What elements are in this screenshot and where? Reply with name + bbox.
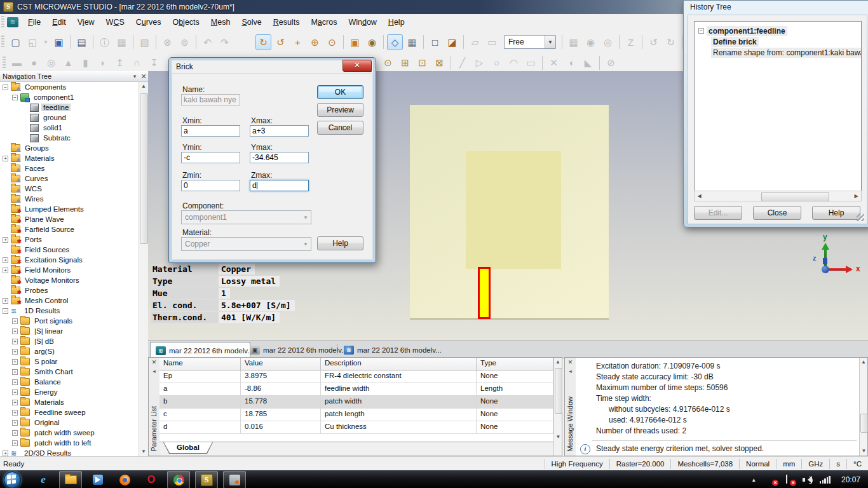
delete-results-button[interactable]: ▦ bbox=[114, 34, 130, 50]
opera-icon[interactable]: O bbox=[140, 471, 162, 488]
design-app-icon[interactable] bbox=[223, 471, 246, 488]
scrollbar-thumb[interactable] bbox=[555, 368, 562, 414]
expand-icon[interactable]: + bbox=[3, 257, 8, 263]
table-row[interactable]: d0.016Cu thicknessNone bbox=[159, 421, 553, 434]
print-button[interactable]: ▤ bbox=[74, 34, 90, 50]
expand-icon[interactable]: + bbox=[3, 237, 8, 243]
scroll-up-icon[interactable]: ▲ bbox=[139, 82, 148, 91]
history-tree-list[interactable]: − component1:feedline Define brick Renam… bbox=[694, 21, 862, 191]
table-cell[interactable]: patch width bbox=[321, 396, 477, 409]
polyline-tool[interactable]: ▷ bbox=[471, 55, 487, 71]
table-cell[interactable]: feedline width bbox=[321, 383, 477, 396]
column-header[interactable]: Type bbox=[477, 358, 553, 370]
sidebar-item-components[interactable]: −Components bbox=[0, 82, 139, 92]
panel-pin-icon[interactable]: ◂ bbox=[565, 368, 576, 374]
trim-tool[interactable]: ✕ bbox=[546, 55, 562, 71]
sidebar-item-patch-width-sweep[interactable]: +patch width sweep bbox=[0, 428, 139, 438]
blend-edge-tool[interactable]: ◖ bbox=[563, 55, 579, 71]
expand-icon[interactable]: + bbox=[12, 349, 18, 355]
scroll-up-icon[interactable]: ▲ bbox=[554, 358, 562, 367]
history-back-button[interactable]: ↺ bbox=[646, 34, 661, 50]
ymin-field[interactable] bbox=[181, 152, 240, 163]
spin-view-button[interactable]: ↺ bbox=[273, 34, 288, 50]
power-status-icon[interactable]: ✕ bbox=[766, 475, 776, 485]
table-cell[interactable]: 0.016 bbox=[241, 421, 321, 434]
start-button[interactable] bbox=[4, 471, 21, 488]
sidebar-item--s-linear[interactable]: +|S| linear bbox=[0, 326, 139, 336]
history-item[interactable]: Define brick bbox=[695, 36, 861, 47]
sidebar-item-field-monitors[interactable]: +Field Monitors bbox=[0, 265, 139, 275]
pick-point-tool[interactable]: ⊙ bbox=[380, 55, 396, 71]
chamfer-tool[interactable]: ◣ bbox=[580, 55, 596, 71]
sidebar-item-feedline[interactable]: feedline bbox=[0, 102, 139, 112]
menu-window[interactable]: Window bbox=[342, 15, 382, 29]
pan-view-button[interactable]: + bbox=[290, 34, 306, 50]
scroll-right-icon[interactable]: ▶ bbox=[851, 193, 861, 199]
sidebar-item-groups[interactable]: Groups bbox=[0, 143, 139, 153]
cutplane-button[interactable]: ◪ bbox=[444, 34, 460, 50]
network-signal-icon[interactable] bbox=[820, 476, 831, 484]
show-hidden-icons[interactable]: ▲ bbox=[745, 477, 763, 483]
expand-icon[interactable]: + bbox=[12, 420, 18, 426]
sidebar-item-materials[interactable]: +Materials bbox=[0, 153, 139, 163]
pin-tool[interactable]: ↧ bbox=[146, 55, 162, 71]
assembly-button[interactable]: ▦ bbox=[566, 34, 581, 50]
feedline-solid-selected[interactable] bbox=[478, 267, 491, 319]
sidebar-item-1d-results[interactable]: −≋1D Results bbox=[0, 306, 139, 316]
expand-icon[interactable]: + bbox=[3, 451, 8, 456]
expand-icon[interactable]: + bbox=[12, 359, 18, 365]
parameter-table[interactable]: NameValueDescriptionTypeEp3.8975FR-4 die… bbox=[159, 358, 553, 456]
pick-edge-tool[interactable]: ⊞ bbox=[397, 55, 413, 71]
expand-icon[interactable]: + bbox=[12, 369, 18, 375]
scrollbar-thumb[interactable] bbox=[140, 93, 148, 244]
history-horizontal-scrollbar[interactable]: ◀ ▶ bbox=[694, 191, 862, 201]
menu-mesh[interactable]: Mesh bbox=[205, 15, 236, 29]
ymax-field[interactable] bbox=[250, 152, 309, 163]
table-row[interactable]: a-8.86feedline widthLength bbox=[159, 383, 553, 396]
chrome-icon[interactable] bbox=[167, 471, 190, 488]
torus-tool[interactable]: ◎ bbox=[43, 55, 59, 71]
sidebar-item-ground[interactable]: ground bbox=[0, 112, 139, 123]
rotate-view-button[interactable]: ↻ bbox=[255, 34, 271, 50]
sidebar-item-feedline-sweep[interactable]: +Feedline sweep bbox=[0, 407, 139, 417]
rectangle-tool[interactable]: ▭ bbox=[523, 55, 539, 71]
cylinder-tool[interactable]: ▮ bbox=[78, 55, 93, 71]
sidebar-item-original[interactable]: +Original bbox=[0, 417, 139, 428]
zmax-field-focused[interactable] bbox=[250, 180, 309, 191]
table-cell[interactable]: -8.86 bbox=[241, 383, 321, 396]
toolbar-grip[interactable] bbox=[3, 57, 6, 69]
message-log[interactable]: Excitation duration: 7.109097e-009 sStea… bbox=[576, 358, 859, 456]
expand-icon[interactable]: + bbox=[12, 410, 18, 416]
history-item[interactable]: − component1:feedline bbox=[695, 25, 861, 36]
cancel-button[interactable]: Cancel bbox=[317, 121, 363, 135]
sidebar-item-solid1[interactable]: solid1 bbox=[0, 123, 139, 133]
view-mode-dropdown[interactable]: Free▼ bbox=[504, 35, 556, 49]
sidebar-item-s-polar[interactable]: +S polar bbox=[0, 356, 139, 367]
media-player-icon[interactable] bbox=[87, 471, 109, 488]
sidebar-item-probes[interactable]: Probes bbox=[0, 285, 139, 295]
parameter-scrollbar[interactable]: ▲ ▼ bbox=[553, 358, 562, 456]
table-cell[interactable]: Cu thickness bbox=[321, 421, 477, 434]
panel-pin-icon[interactable]: ◂ bbox=[149, 368, 159, 374]
column-header[interactable]: Description bbox=[321, 358, 477, 370]
gear-sphere-button[interactable]: ◉ bbox=[583, 34, 599, 50]
grid-button[interactable]: ▦ bbox=[404, 34, 420, 50]
new-file-button[interactable]: ▢ bbox=[8, 34, 24, 50]
table-cell[interactable]: d bbox=[159, 421, 241, 434]
confirm-button[interactable]: ⊚ bbox=[177, 34, 193, 50]
volume-icon[interactable] bbox=[802, 475, 812, 485]
history-forward-button[interactable]: ↻ bbox=[663, 34, 679, 50]
message-scrollbar[interactable]: ▲ ▼ bbox=[859, 358, 867, 456]
scroll-up-icon[interactable]: ▲ bbox=[860, 358, 867, 367]
navigation-scrollbar[interactable]: ▲ ▼ bbox=[139, 82, 148, 456]
zoom-dynamic-button[interactable]: ⊕ bbox=[307, 34, 323, 50]
sphere-tool[interactable]: ● bbox=[26, 55, 42, 71]
sidebar-item-wcs[interactable]: WCS bbox=[0, 184, 139, 194]
table-cell[interactable]: 18.785 bbox=[241, 409, 321, 421]
pick-face-tool[interactable]: ⊡ bbox=[414, 55, 430, 71]
xmin-field[interactable] bbox=[181, 125, 240, 137]
menu-view[interactable]: View bbox=[72, 15, 100, 29]
info-button[interactable]: ⓘ bbox=[97, 34, 112, 50]
cst-studio-icon[interactable]: S bbox=[195, 471, 218, 488]
gear-ring-button[interactable]: ◎ bbox=[600, 34, 616, 50]
